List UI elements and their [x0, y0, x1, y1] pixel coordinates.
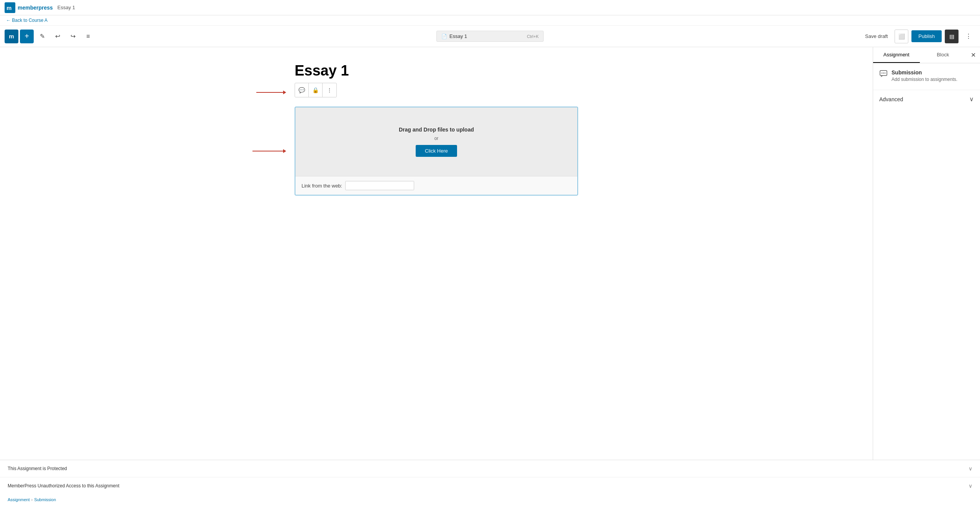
breadcrumb-separator: ›: [31, 497, 33, 502]
pencil-icon: ✎: [40, 33, 45, 40]
page-title-top: Essay 1: [57, 5, 75, 10]
bottom-bar: This Assignment is Protected ∨ MemberPre…: [0, 460, 980, 505]
submission-text-area: Submission Add submission to assignments…: [892, 69, 957, 82]
doc-icon: 📄: [441, 34, 447, 39]
svg-point-4: [883, 72, 884, 73]
m-icon: m: [9, 33, 14, 39]
comment-block-btn[interactable]: 💬: [295, 83, 309, 97]
submission-desc: Add submission to assignments.: [892, 77, 957, 82]
chevron-down-icon: ∨: [969, 95, 974, 103]
brand: m memberpress: [5, 2, 53, 13]
breadcrumb-submission[interactable]: Submission: [34, 497, 56, 502]
submission-header: Submission Add submission to assignments…: [879, 69, 974, 82]
or-text: or: [434, 136, 439, 141]
sidebar-toggle-button[interactable]: ▤: [945, 30, 959, 43]
protected-text: This Assignment is Protected: [8, 466, 67, 471]
advanced-section[interactable]: Advanced ∨: [873, 90, 980, 108]
sidebar-icon: ▤: [949, 33, 954, 39]
lock-icon: 🔒: [312, 87, 319, 93]
breadcrumb-assignment[interactable]: Assignment: [8, 497, 29, 502]
comment-icon: 💬: [298, 87, 305, 93]
upload-area-wrapper: Drag and Drop files to upload or Click H…: [295, 107, 578, 196]
lock-block-btn[interactable]: 🔒: [309, 83, 323, 97]
shortcut-label: Ctrl+K: [527, 34, 539, 39]
toolbar-left: m + ✎ ↩ ↪ ≡: [5, 30, 95, 43]
protected-chevron: ∨: [969, 466, 972, 472]
chat-bubble-icon: [879, 70, 888, 78]
tab-block[interactable]: Block: [920, 47, 967, 63]
block-toolbar: 💬 🔒 ⋮: [295, 83, 337, 97]
ellipsis-icon: ⋮: [327, 87, 332, 93]
red-arrow-block: [256, 90, 286, 94]
editor-toolbar: m + ✎ ↩ ↪ ≡ 📄 Essay 1 Ctrl+K Save draft …: [0, 26, 980, 47]
protected-section[interactable]: This Assignment is Protected ∨: [0, 460, 980, 477]
undo-button[interactable]: ↩: [51, 30, 64, 43]
more-block-btn[interactable]: ⋮: [323, 83, 336, 97]
doc-title-text: Essay 1: [449, 33, 467, 39]
save-draft-button[interactable]: Save draft: [861, 31, 892, 41]
essay-title[interactable]: Essay 1: [295, 63, 578, 79]
unauthorized-text: MemberPress Unauthorized Access to this …: [8, 483, 119, 489]
sidebar: Assignment Block ✕: [873, 47, 980, 460]
svg-text:m: m: [7, 5, 11, 11]
preview-button[interactable]: ⬜: [895, 30, 908, 43]
tab-assignment[interactable]: Assignment: [873, 47, 920, 63]
doc-title-input[interactable]: 📄 Essay 1 Ctrl+K: [436, 31, 544, 42]
redo-icon: ↪: [70, 33, 75, 40]
redo-button[interactable]: ↪: [66, 30, 80, 43]
drop-area[interactable]: Drag and Drop files to upload or Click H…: [295, 107, 577, 176]
edit-button[interactable]: ✎: [35, 30, 49, 43]
brand-logo: m: [5, 2, 15, 13]
plus-icon: +: [25, 32, 29, 41]
sidebar-close-button[interactable]: ✕: [966, 48, 980, 62]
close-icon: ✕: [971, 51, 976, 59]
link-label: Link from the web:: [302, 183, 342, 189]
doc-title-area: 📄 Essay 1 Ctrl+K: [436, 31, 544, 42]
click-here-button[interactable]: Click Here: [416, 145, 457, 157]
submission-title: Submission: [892, 69, 957, 76]
top-bar: m memberpress Essay 1: [0, 0, 980, 15]
link-input[interactable]: [345, 181, 414, 190]
link-from-web-area: Link from the web:: [295, 176, 577, 195]
svg-point-3: [882, 72, 882, 73]
undo-icon: ↩: [55, 33, 60, 40]
submission-section: Submission Add submission to assignments…: [873, 63, 980, 90]
editor-area: Essay 1 💬 🔒 ⋮: [0, 47, 873, 460]
red-arrow-upload: [252, 149, 286, 153]
sidebar-header: Assignment Block ✕: [873, 47, 980, 63]
publish-button[interactable]: Publish: [911, 30, 942, 42]
add-block-button[interactable]: +: [20, 30, 34, 43]
svg-point-5: [885, 72, 885, 73]
preview-icon: ⬜: [898, 33, 905, 39]
main-area: Essay 1 💬 🔒 ⋮: [0, 47, 980, 460]
submission-icon: [879, 70, 888, 80]
back-link[interactable]: ← Back to Course A: [6, 18, 974, 23]
breadcrumb-bar: Assignment › Submission: [0, 494, 980, 505]
unauthorized-chevron: ∨: [969, 483, 972, 489]
list-view-button[interactable]: ≡: [81, 30, 95, 43]
editor-content: Essay 1 💬 🔒 ⋮: [295, 63, 578, 196]
brand-name: memberpress: [18, 5, 53, 11]
m-logo-button[interactable]: m: [5, 30, 18, 43]
toolbar-right: Save draft ⬜ Publish ▤ ⋮: [861, 30, 975, 43]
advanced-label: Advanced: [879, 96, 903, 102]
more-icon: ⋮: [965, 33, 972, 40]
drag-drop-text: Drag and Drop files to upload: [399, 127, 474, 133]
list-icon: ≡: [86, 33, 90, 40]
upload-block: Drag and Drop files to upload or Click H…: [295, 107, 578, 196]
more-options-button[interactable]: ⋮: [962, 30, 975, 43]
unauthorized-section[interactable]: MemberPress Unauthorized Access to this …: [0, 477, 980, 494]
